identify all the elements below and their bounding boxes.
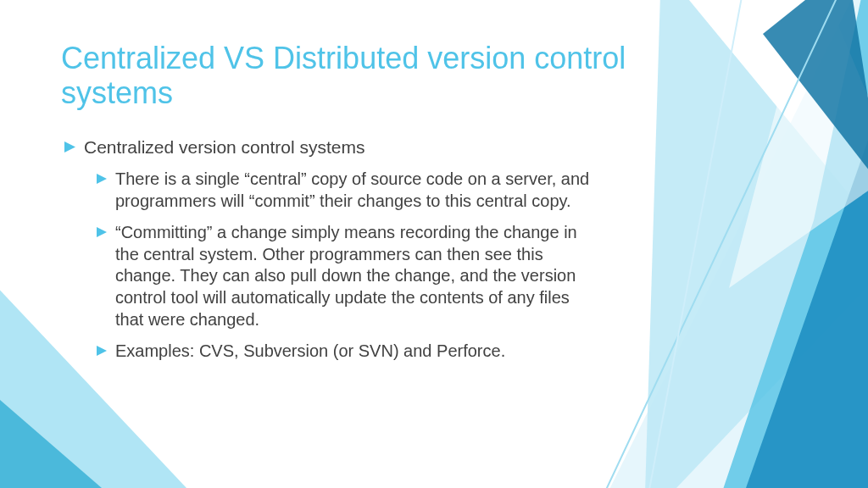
list-item-level2: There is a single “central” copy of sour…: [97, 169, 597, 212]
triangle-bullet-icon: [97, 174, 107, 184]
list-item-level1: Centralized version control systems: [64, 136, 800, 158]
content-area: Centralized VS Distributed version contr…: [0, 0, 868, 407]
list-item-level2: Examples: CVS, Subversion (or SVN) and P…: [97, 341, 597, 363]
triangle-bullet-icon: [97, 346, 107, 356]
svg-marker-10: [64, 141, 75, 152]
triangle-bullet-icon: [97, 227, 107, 237]
slide: Centralized VS Distributed version contr…: [0, 0, 868, 488]
list-item-text: There is a single “central” copy of sour…: [115, 169, 597, 212]
list-item-text: Centralized version control systems: [84, 136, 364, 158]
slide-title: Centralized VS Distributed version contr…: [61, 41, 671, 111]
triangle-bullet-icon: [64, 141, 75, 152]
list-item-text: Examples: CVS, Subversion (or SVN) and P…: [115, 341, 505, 363]
svg-marker-11: [97, 174, 107, 184]
svg-marker-13: [97, 346, 107, 356]
svg-marker-12: [97, 227, 107, 237]
list-item-level2: “Committing” a change simply means recor…: [97, 222, 597, 330]
list-item-text: “Committing” a change simply means recor…: [115, 222, 597, 330]
